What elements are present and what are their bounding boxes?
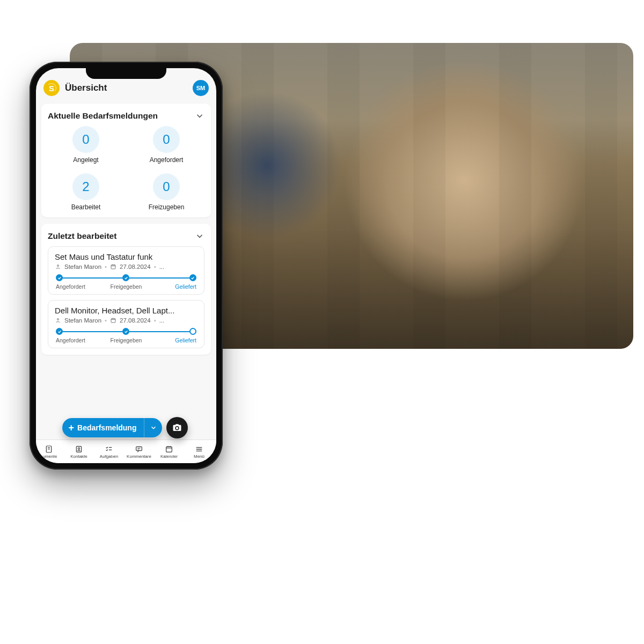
bottom-nav: kumente Kontakte Aufgaben Kommentare Kal… xyxy=(36,440,216,463)
fab-main-button[interactable]: + Bedarfsmeldung xyxy=(62,418,144,437)
page-title: Übersicht xyxy=(65,83,187,93)
nav-label: Kommentare xyxy=(127,454,151,459)
progress-step: Angefordert xyxy=(56,328,103,343)
document-icon xyxy=(45,445,53,453)
fab-dropdown-button[interactable] xyxy=(144,418,162,437)
separator-dot: • xyxy=(154,317,156,324)
stat-angefordert[interactable]: 0 Angefordert xyxy=(128,126,204,164)
svg-point-0 xyxy=(57,265,59,267)
list-item[interactable]: Dell Monitor, Headset, Dell Lapt... Stef… xyxy=(48,300,204,348)
stats-card-header[interactable]: Aktuelle Bedarfsmeldungen xyxy=(48,111,204,121)
nav-label: Menü xyxy=(194,454,204,459)
recent-card-header[interactable]: Zuletzt bearbeitet xyxy=(48,231,204,241)
person-icon xyxy=(55,317,61,324)
calendar-icon xyxy=(165,445,173,453)
check-icon xyxy=(56,328,63,335)
item-progress: Angefordert Freigegeben Geliefert xyxy=(55,328,197,343)
progress-step: Freigegeben xyxy=(103,328,149,343)
nav-kontakte[interactable]: Kontakte xyxy=(66,445,92,459)
separator-dot: • xyxy=(105,264,107,270)
fab-bedarfsmeldung[interactable]: + Bedarfsmeldung xyxy=(62,418,163,437)
circle-icon xyxy=(189,328,196,335)
svg-rect-1 xyxy=(111,265,115,269)
step-label: Geliefert xyxy=(175,337,196,343)
svg-rect-7 xyxy=(136,447,142,450)
item-more: ... xyxy=(159,317,165,324)
recent-card: Zuletzt bearbeitet Set Maus und Tastatur… xyxy=(41,224,211,355)
progress-step: Geliefert xyxy=(150,328,196,343)
camera-button[interactable] xyxy=(166,417,188,438)
app-logo-letter: S xyxy=(49,84,54,93)
recent-list: Set Maus und Tastatur funk Stefan Maron … xyxy=(48,246,204,348)
app-logo-icon[interactable]: S xyxy=(43,80,60,96)
menu-icon xyxy=(195,445,203,453)
stat-label: Freizugeben xyxy=(149,203,185,211)
nav-kommentare[interactable]: Kommentare xyxy=(126,445,152,459)
nav-label: Kalender xyxy=(160,454,178,459)
nav-aufgaben[interactable]: Aufgaben xyxy=(96,445,122,459)
stat-freizugeben[interactable]: 0 Freizugeben xyxy=(128,173,204,211)
list-item[interactable]: Set Maus und Tastatur funk Stefan Maron … xyxy=(48,246,204,295)
step-label: Freigegeben xyxy=(111,283,142,290)
tasks-icon xyxy=(105,445,113,453)
person-icon xyxy=(55,264,61,270)
chevron-down-icon xyxy=(195,231,204,241)
separator-dot: • xyxy=(105,317,107,324)
stat-angelegt[interactable]: 0 Angelegt xyxy=(48,126,124,164)
item-progress: Angefordert Freigegeben Geliefert xyxy=(55,274,197,290)
stat-value: 0 xyxy=(153,126,180,153)
item-date: 27.08.2024 xyxy=(120,264,151,270)
item-title: Dell Monitor, Headset, Dell Lapt... xyxy=(55,306,197,315)
separator-dot: • xyxy=(154,264,156,270)
check-icon xyxy=(122,274,129,281)
svg-point-2 xyxy=(57,319,59,320)
nav-label: Aufgaben xyxy=(100,454,118,459)
svg-rect-3 xyxy=(111,319,115,323)
nav-menu[interactable]: Menü xyxy=(186,445,212,459)
avatar-initials: SM xyxy=(196,85,206,91)
check-icon xyxy=(56,274,63,281)
check-icon xyxy=(189,274,196,281)
stat-value: 2 xyxy=(72,173,99,200)
fab-label: Bedarfsmeldung xyxy=(77,423,136,432)
nav-label: Kontakte xyxy=(70,454,87,459)
calendar-icon xyxy=(110,264,116,270)
svg-rect-8 xyxy=(166,447,172,452)
stat-label: Angefordert xyxy=(150,156,184,164)
contacts-icon xyxy=(75,445,83,453)
nav-dokumente[interactable]: kumente xyxy=(36,445,62,459)
stat-label: Angelegt xyxy=(73,156,98,164)
svg-point-6 xyxy=(78,448,79,449)
chevron-down-icon xyxy=(150,424,157,431)
calendar-icon xyxy=(110,317,116,324)
step-label: Angefordert xyxy=(56,337,85,343)
stat-bearbeitet[interactable]: 2 Bearbeitet xyxy=(48,173,124,211)
stats-card-title: Aktuelle Bedarfsmeldungen xyxy=(48,111,195,121)
nav-kalender[interactable]: Kalender xyxy=(156,445,182,459)
app-screen: S Übersicht SM Aktuelle Bedarfsmeldungen… xyxy=(36,68,216,463)
comments-icon xyxy=(135,445,143,453)
item-more: ... xyxy=(159,264,165,270)
plus-icon: + xyxy=(69,423,75,433)
phone-notch xyxy=(86,67,166,79)
check-icon xyxy=(122,328,129,335)
phone-frame: S Übersicht SM Aktuelle Bedarfsmeldungen… xyxy=(30,62,223,470)
item-title: Set Maus und Tastatur funk xyxy=(55,252,197,261)
chevron-down-icon xyxy=(195,111,204,121)
item-author: Stefan Maron xyxy=(64,317,101,324)
progress-step: Freigegeben xyxy=(103,274,149,290)
stats-grid: 0 Angelegt 0 Angefordert 2 Bearbeitet 0 … xyxy=(48,126,204,211)
stats-card: Aktuelle Bedarfsmeldungen 0 Angelegt 0 A… xyxy=(41,104,211,217)
item-meta: Stefan Maron • 27.08.2024 • ... xyxy=(55,317,197,324)
stat-value: 0 xyxy=(72,126,99,153)
user-avatar[interactable]: SM xyxy=(193,80,209,96)
camera-icon xyxy=(172,423,182,433)
step-label: Freigegeben xyxy=(111,337,142,343)
step-label: Geliefert xyxy=(175,283,196,290)
step-label: Angefordert xyxy=(56,283,85,290)
progress-step: Geliefert xyxy=(150,274,196,290)
item-meta: Stefan Maron • 27.08.2024 • ... xyxy=(55,264,197,270)
item-author: Stefan Maron xyxy=(64,264,101,270)
stat-label: Bearbeitet xyxy=(71,203,101,211)
nav-label: kumente xyxy=(41,454,57,459)
